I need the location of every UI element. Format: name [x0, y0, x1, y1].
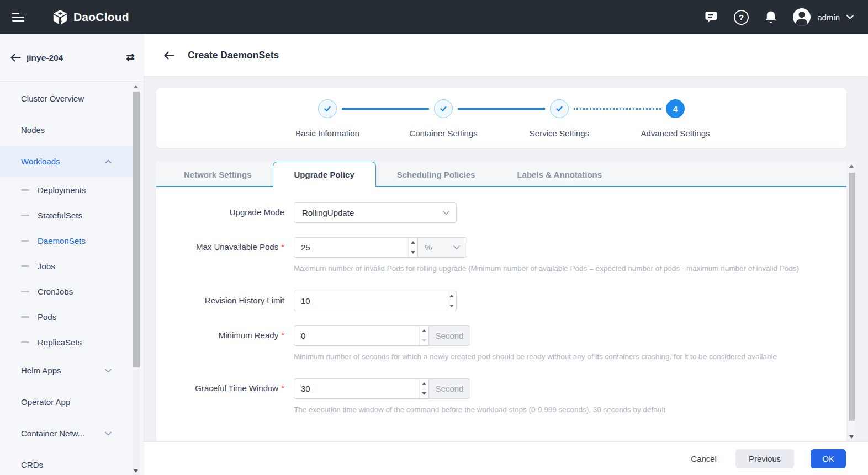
bell-icon[interactable]: [764, 10, 778, 25]
form-row-graceful-window: Graceful Time Window* Second The executi…: [156, 378, 846, 416]
cancel-button[interactable]: Cancel: [689, 449, 719, 468]
stepper-up-button[interactable]: [420, 326, 428, 336]
sidebar-item-label: Workloads: [21, 157, 60, 166]
stepper-up-button[interactable]: [409, 238, 417, 248]
tabbar: Network SettingsUpgrade PolicyScheduling…: [156, 162, 846, 187]
main-content: Create DaemonSets Basic Information Cont…: [144, 34, 868, 475]
step-number: 4: [666, 99, 685, 118]
max-unavailable-unit-select[interactable]: %: [417, 237, 467, 258]
scroll-down-icon[interactable]: [849, 435, 854, 439]
ok-button[interactable]: OK: [811, 449, 846, 468]
sidebar-item-replicasets[interactable]: ReplicaSets: [0, 329, 133, 355]
sidebar-item-workloads[interactable]: Workloads: [0, 146, 133, 177]
chevron-down-icon: [443, 211, 449, 215]
stepper-down-button[interactable]: [420, 389, 428, 399]
revision-history-input[interactable]: [294, 291, 447, 311]
cluster-name: jinye-204: [27, 53, 63, 63]
sidebar-item-cluster-overview[interactable]: Cluster Overview: [0, 83, 133, 114]
page-title: Create DaemonSets: [188, 50, 279, 61]
tab-labels-annotations[interactable]: Labels & Annotations: [496, 162, 623, 187]
max-unavailable-input[interactable]: [294, 238, 408, 257]
step-check-icon: [550, 99, 569, 118]
sidebar-item-label: Operator App: [21, 397, 70, 407]
tab-label: Network Settings: [184, 170, 252, 179]
sidebar-item-label: Jobs: [38, 261, 55, 271]
tab-label: Scheduling Policies: [397, 170, 475, 179]
form-row-max-unavailable: Max Unavailable Pods* %: [156, 237, 846, 275]
unit-suffix: Second: [428, 325, 470, 346]
sidebar-item-deployments[interactable]: Deployments: [0, 177, 133, 202]
step-service-settings[interactable]: Service Settings: [501, 99, 617, 138]
upgrade-mode-select[interactable]: RollingUpdate: [294, 202, 457, 223]
field-description: Maximum number of invalid Pods for rolli…: [294, 263, 799, 275]
sidebar-item-daemonsets[interactable]: DaemonSets: [0, 228, 133, 253]
sidebar-header: jinye-204 ⇄: [0, 34, 144, 82]
sidebar-item-container-netw[interactable]: Container Netw...: [0, 418, 133, 449]
step-label: Advanced Settings: [641, 129, 710, 138]
chevron-down-icon: [453, 245, 460, 250]
required-marker: *: [281, 242, 284, 252]
avatar-icon: [793, 8, 811, 26]
dash-icon: [21, 341, 29, 343]
field-description: The execution time window of the command…: [294, 404, 665, 416]
scrollbar-thumb[interactable]: [849, 173, 855, 421]
form-row-minimum-ready: Minimum Ready* Second Minimum number of …: [156, 325, 846, 363]
step-connector: [342, 108, 429, 110]
stepper-down-button[interactable]: [420, 336, 428, 346]
tab-upgrade-policy[interactable]: Upgrade Policy: [273, 162, 376, 187]
help-icon[interactable]: ?: [734, 10, 749, 25]
chevron-up-icon: [105, 159, 112, 163]
sidebar-item-nodes[interactable]: Nodes: [0, 114, 133, 146]
scroll-down-icon[interactable]: [134, 469, 138, 473]
sidebar-item-crds[interactable]: CRDs: [0, 449, 133, 475]
step-label: Service Settings: [530, 129, 589, 138]
sidebar-item-cronjobs[interactable]: CronJobs: [0, 279, 133, 304]
sidebar-item-label: Cluster Overview: [21, 94, 84, 103]
back-arrow-icon[interactable]: [10, 53, 21, 62]
sidebar-item-operator-app[interactable]: Operator App: [0, 386, 133, 418]
sidebar-item-jobs[interactable]: Jobs: [0, 253, 133, 279]
previous-button[interactable]: Previous: [735, 449, 794, 468]
scroll-up-icon[interactable]: [134, 85, 138, 88]
daocloud-logo-icon: [52, 9, 68, 25]
scroll-up-icon[interactable]: [849, 164, 854, 168]
stepper-down-button[interactable]: [447, 301, 456, 311]
minimum-ready-input[interactable]: [294, 326, 419, 345]
tab-network-settings[interactable]: Network Settings: [163, 162, 273, 187]
message-icon[interactable]: [705, 10, 719, 24]
sidebar-item-label: Pods: [38, 312, 56, 322]
sidebar-item-statefulsets[interactable]: StatefulSets: [0, 202, 133, 228]
field-label: Revision History Limit: [156, 291, 284, 305]
sidebar-item-helm-apps[interactable]: Helm Apps: [0, 355, 133, 386]
unit-suffix: Second: [428, 378, 470, 399]
sidebar-item-pods[interactable]: Pods: [0, 304, 133, 329]
sidebar-item-label: DaemonSets: [38, 236, 86, 245]
graceful-window-input[interactable]: [294, 379, 419, 398]
stepper-up-button[interactable]: [447, 291, 456, 301]
step-label: Container Settings: [409, 129, 477, 138]
dash-icon: [21, 291, 29, 292]
field-description: Minimum number of seconds for which a ne…: [294, 351, 777, 363]
step-check-icon: [318, 99, 337, 118]
content-scrollbar[interactable]: [848, 162, 855, 441]
back-arrow-icon[interactable]: [163, 51, 174, 60]
step-basic-information[interactable]: Basic Information: [269, 99, 385, 138]
chevron-down-icon: [846, 15, 854, 19]
sidebar-item-label: ReplicaSets: [38, 338, 82, 347]
select-value: RollingUpdate: [302, 208, 354, 217]
form-row-upgrade-mode: Upgrade Mode RollingUpdate: [156, 202, 846, 223]
field-label: Minimum Ready*: [156, 325, 284, 340]
required-marker: *: [281, 330, 284, 340]
sidebar-scrollbar[interactable]: [133, 83, 140, 475]
field-label: Max Unavailable Pods*: [156, 237, 284, 252]
stepper-down-button[interactable]: [409, 248, 417, 258]
step-advanced-settings[interactable]: 4Advanced Settings: [617, 99, 733, 138]
menu-icon[interactable]: [12, 13, 24, 22]
scrollbar-thumb[interactable]: [133, 92, 140, 367]
user-menu[interactable]: admin: [793, 8, 854, 26]
tab-scheduling-policies[interactable]: Scheduling Policies: [376, 162, 496, 187]
step-container-settings[interactable]: Container Settings: [385, 99, 501, 138]
switch-cluster-icon[interactable]: ⇄: [126, 51, 135, 63]
stepper-up-button[interactable]: [420, 379, 428, 389]
unit-value: %: [425, 243, 432, 252]
